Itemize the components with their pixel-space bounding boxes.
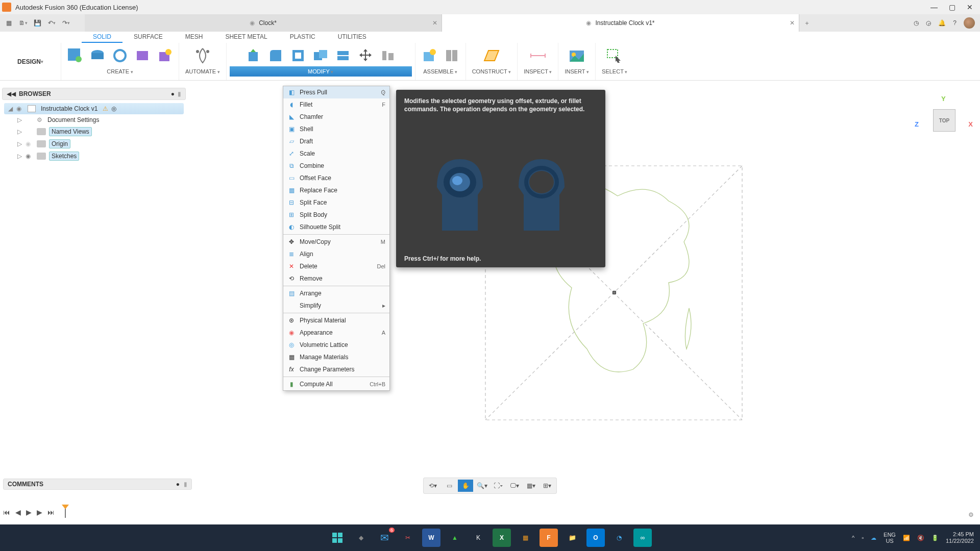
construct-dropdown[interactable]: CONSTRUCT xyxy=(469,66,514,77)
revolve-icon[interactable] xyxy=(109,45,131,66)
combine-icon[interactable] xyxy=(310,45,331,66)
menu-shell[interactable]: ▣Shell xyxy=(283,123,389,135)
visibility-icon[interactable]: ◉ xyxy=(26,153,34,160)
select-dropdown[interactable]: SELECT xyxy=(599,66,630,77)
grid-icon[interactable]: ▦▾ xyxy=(523,480,538,492)
user-avatar[interactable] xyxy=(964,17,975,29)
menu-change-parameters[interactable]: fxChange Parameters xyxy=(283,363,389,375)
timeline-start-icon[interactable]: ⏮ xyxy=(3,508,10,516)
ribbon-tab-sheetmetal[interactable]: SHEET METAL xyxy=(214,32,278,43)
target-icon[interactable]: ◎ xyxy=(111,105,116,112)
automate-icon[interactable] xyxy=(189,45,216,66)
look-at-icon[interactable]: ▭ xyxy=(442,480,457,492)
construct-plane-icon[interactable] xyxy=(478,45,505,66)
settings-gear-icon[interactable]: ⚙ xyxy=(968,511,974,518)
tree-item-document-settings[interactable]: ▷ ⚙ Document Settings xyxy=(15,114,184,126)
more-icon[interactable]: ⋮ xyxy=(380,89,386,96)
menu-scale[interactable]: ⤢Scale xyxy=(283,147,389,160)
close-icon[interactable]: ✕ xyxy=(790,19,795,27)
arduino-app-icon[interactable]: ∞ xyxy=(633,529,652,547)
collapse-icon[interactable]: ◀◀ xyxy=(7,90,16,97)
split-icon[interactable] xyxy=(332,45,354,66)
data-panel-icon[interactable]: ▦ xyxy=(3,17,14,29)
start-button[interactable] xyxy=(328,529,347,547)
close-button[interactable]: ✕ xyxy=(967,3,973,11)
expand-icon[interactable]: ▷ xyxy=(16,128,22,135)
timeline-end-icon[interactable]: ⏭ xyxy=(47,508,55,516)
bullet-icon[interactable]: ● xyxy=(176,481,180,488)
menu-appearance[interactable]: ◉AppearanceA xyxy=(283,327,389,339)
box-icon[interactable] xyxy=(154,45,176,66)
save-icon[interactable]: 💾 xyxy=(32,17,43,29)
viewport-icon[interactable]: ⊞▾ xyxy=(540,480,555,492)
zoom-icon[interactable]: 🔍▾ xyxy=(474,480,489,492)
menu-delete[interactable]: ✕DeleteDel xyxy=(283,260,389,272)
app-icon[interactable]: ◆ xyxy=(352,529,370,547)
press-pull-icon[interactable] xyxy=(242,45,264,66)
menu-arrange[interactable]: ▤Arrange xyxy=(283,287,389,299)
menu-split-face[interactable]: ⊟Split Face xyxy=(283,196,389,209)
tree-item-named-views[interactable]: ▷ Named Views xyxy=(15,126,184,138)
bullet-icon[interactable]: ● xyxy=(171,90,175,97)
menu-draft[interactable]: ▱Draft xyxy=(283,135,389,147)
file-menu-icon[interactable]: 🗎 xyxy=(17,17,29,29)
form-icon[interactable] xyxy=(132,45,153,66)
mail-app-icon[interactable]: ✉6 xyxy=(375,529,394,547)
orbit-icon[interactable]: ⟲▾ xyxy=(425,480,440,492)
new-sketch-icon[interactable] xyxy=(64,45,86,66)
tray-icon[interactable]: ▫ xyxy=(862,535,864,541)
display-icon[interactable]: 🖵▾ xyxy=(507,480,522,492)
word-app-icon[interactable]: W xyxy=(422,529,440,547)
shell-icon[interactable] xyxy=(287,45,309,66)
tray-chevron-icon[interactable]: ^ xyxy=(852,535,854,541)
joint-icon[interactable] xyxy=(441,45,462,66)
maximize-button[interactable]: ▢ xyxy=(949,3,955,11)
expand-icon[interactable]: ▷ xyxy=(16,153,22,160)
handle-icon[interactable]: ▮ xyxy=(178,90,181,97)
expand-icon[interactable]: ▷ xyxy=(16,116,22,123)
extensions-icon[interactable]: ◷ xyxy=(914,19,919,27)
expand-icon[interactable]: ▷ xyxy=(16,140,22,147)
tree-root[interactable]: ◢ ◉ Instructable Clock v1 ⚠ ◎ xyxy=(4,103,184,114)
ribbon-tab-utilities[interactable]: UTILITIES xyxy=(327,32,378,43)
extrude-icon[interactable] xyxy=(87,45,108,66)
timeline-playhead[interactable] xyxy=(60,505,72,520)
view-cube-face[interactable]: TOP xyxy=(933,109,955,132)
visibility-icon[interactable]: ◉ xyxy=(26,140,34,147)
menu-remove[interactable]: ⟲Remove xyxy=(283,272,389,285)
snipping-app-icon[interactable]: ✂ xyxy=(399,529,417,547)
view-cube[interactable]: Y X Z TOP xyxy=(922,102,968,148)
system-clock[interactable]: 2:45 PM11/22/2022 xyxy=(946,531,974,544)
ribbon-tab-plastic[interactable]: PLASTIC xyxy=(279,32,327,43)
notifications-icon[interactable]: 🔔 xyxy=(938,19,946,27)
expand-icon[interactable]: ◢ xyxy=(7,105,13,112)
create-dropdown[interactable]: CREATE xyxy=(104,66,136,77)
app-icon[interactable]: ▦ xyxy=(516,529,534,547)
menu-simplify[interactable]: Simplify▸ xyxy=(283,299,389,312)
app-icon[interactable]: ▲ xyxy=(446,529,464,547)
assemble-dropdown[interactable]: ASSEMBLE xyxy=(420,66,460,77)
menu-replace-face[interactable]: ▦Replace Face xyxy=(283,184,389,196)
timeline-forward-icon[interactable]: ▶ xyxy=(37,508,42,516)
outlook-app-icon[interactable]: O xyxy=(586,529,605,547)
battery-icon[interactable]: 🔋 xyxy=(932,535,939,541)
minimize-button[interactable]: — xyxy=(930,3,938,11)
timeline-back-icon[interactable]: ◀ xyxy=(15,508,21,516)
undo-icon[interactable]: ↶ xyxy=(46,17,57,29)
fusion-app-icon[interactable]: F xyxy=(540,529,558,547)
menu-offset-face[interactable]: ▭Offset Face xyxy=(283,172,389,184)
tree-item-sketches[interactable]: ▷ ◉ Sketches xyxy=(15,150,184,162)
pan-icon[interactable]: ✋ xyxy=(458,480,473,492)
redo-icon[interactable]: ↷ xyxy=(60,17,71,29)
menu-chamfer[interactable]: ◣Chamfer xyxy=(283,111,389,123)
menu-compute-all[interactable]: ▮Compute AllCtrl+B xyxy=(283,378,389,390)
document-tab-clock[interactable]: ◉ Clock* ✕ xyxy=(85,14,442,32)
menu-align[interactable]: ≣Align xyxy=(283,248,389,260)
move-icon[interactable] xyxy=(355,45,376,66)
fit-icon[interactable]: ⛶▾ xyxy=(491,480,506,492)
comments-bar[interactable]: COMMENTS ● ▮ xyxy=(3,479,192,490)
close-icon[interactable]: ✕ xyxy=(432,19,437,27)
menu-move-copy[interactable]: ✥Move/CopyM xyxy=(283,236,389,248)
menu-silhouette-split[interactable]: ◐Silhouette Split xyxy=(283,221,389,233)
browser-header[interactable]: ◀◀ BROWSER ● ▮ xyxy=(2,88,186,100)
